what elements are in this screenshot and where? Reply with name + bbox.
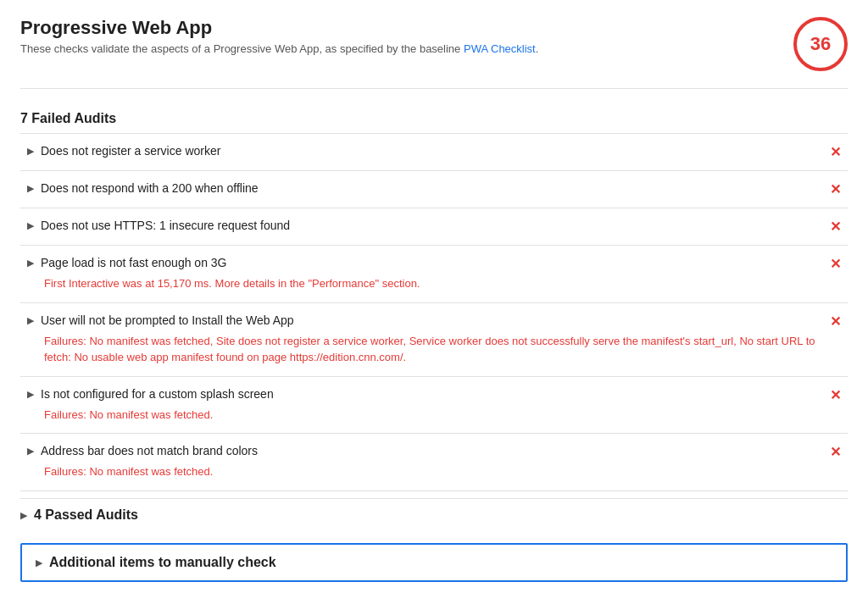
score-number: 36 bbox=[810, 33, 831, 55]
audit-item-left-4: ▶ User will not be prompted to Install t… bbox=[27, 313, 820, 327]
page-title: Progressive Web App bbox=[20, 17, 538, 39]
header-divider bbox=[20, 88, 848, 89]
audit-item-row-5: ▶ Is not configured for a custom splash … bbox=[27, 387, 841, 403]
audit-item-0: ▶ Does not register a service worker ✕ bbox=[20, 134, 848, 171]
audit-description-5: Failures: No manifest was fetched. bbox=[44, 407, 841, 424]
fail-icon-5: ✕ bbox=[830, 387, 841, 403]
score-circle: 36 bbox=[793, 17, 848, 71]
audit-item-row-4: ▶ User will not be prompted to Install t… bbox=[27, 313, 841, 330]
fail-icon-4: ✕ bbox=[830, 313, 841, 330]
audit-item-left-0: ▶ Does not register a service worker bbox=[27, 144, 820, 158]
audit-item-row-0: ▶ Does not register a service worker ✕ bbox=[27, 144, 841, 160]
chevron-icon-3[interactable]: ▶ bbox=[27, 258, 34, 269]
passed-section: ▶ 4 Passed Audits bbox=[20, 498, 848, 529]
page-description: These checks validate the aspects of a P… bbox=[20, 42, 538, 55]
audit-title-5: Is not configured for a custom splash sc… bbox=[41, 387, 274, 401]
description-text: These checks validate the aspects of a P… bbox=[20, 42, 460, 55]
audit-description-6: Failures: No manifest was fetched. bbox=[44, 463, 841, 480]
audit-item-5: ▶ Is not configured for a custom splash … bbox=[20, 377, 848, 435]
passed-section-title: 4 Passed Audits bbox=[34, 507, 138, 523]
manual-check-section: ▶ Additional items to manually check bbox=[20, 543, 848, 582]
audit-item-row-2: ▶ Does not use HTTPS: 1 insecure request… bbox=[27, 219, 841, 235]
audit-item-row-6: ▶ Address bar does not match brand color… bbox=[27, 444, 841, 460]
audit-description-3: First Interactive was at 15,170 ms. More… bbox=[44, 275, 841, 292]
audit-item-left-5: ▶ Is not configured for a custom splash … bbox=[27, 387, 820, 401]
manual-check-chevron-icon[interactable]: ▶ bbox=[36, 557, 42, 568]
passed-chevron-icon[interactable]: ▶ bbox=[20, 510, 27, 521]
pwa-checklist-link[interactable]: PWA Checklist bbox=[464, 42, 536, 55]
failed-audits-title: 7 Failed Audits bbox=[20, 103, 848, 133]
chevron-icon-1[interactable]: ▶ bbox=[27, 183, 34, 194]
audit-title-6: Address bar does not match brand colors bbox=[41, 444, 258, 457]
audit-title-3: Page load is not fast enough on 3G bbox=[41, 256, 227, 269]
audit-item-left-6: ▶ Address bar does not match brand color… bbox=[27, 444, 820, 457]
fail-icon-3: ✕ bbox=[830, 256, 841, 272]
chevron-icon-0[interactable]: ▶ bbox=[27, 146, 34, 157]
audit-description-4: Failures: No manifest was fetched, Site … bbox=[44, 333, 841, 366]
audit-item-2: ▶ Does not use HTTPS: 1 insecure request… bbox=[20, 208, 848, 246]
audit-item-row-1: ▶ Does not respond with a 200 when offli… bbox=[27, 181, 841, 197]
fail-icon-1: ✕ bbox=[830, 181, 841, 197]
audit-item-left-2: ▶ Does not use HTTPS: 1 insecure request… bbox=[27, 219, 820, 232]
audit-title-1: Does not respond with a 200 when offline bbox=[41, 181, 259, 195]
audit-title-2: Does not use HTTPS: 1 insecure request f… bbox=[41, 219, 290, 232]
audit-item-6: ▶ Address bar does not match brand color… bbox=[20, 434, 848, 491]
manual-check-row[interactable]: ▶ Additional items to manually check bbox=[36, 555, 832, 570]
audit-item-3: ▶ Page load is not fast enough on 3G ✕ F… bbox=[20, 246, 848, 303]
audit-title-0: Does not register a service worker bbox=[41, 144, 220, 158]
audit-title-4: User will not be prompted to Install the… bbox=[41, 313, 294, 327]
audit-item-1: ▶ Does not respond with a 200 when offli… bbox=[20, 171, 848, 208]
failed-audits-list: ▶ Does not register a service worker ✕ ▶… bbox=[20, 133, 848, 491]
audit-item-left-1: ▶ Does not respond with a 200 when offli… bbox=[27, 181, 820, 195]
fail-icon-6: ✕ bbox=[830, 444, 841, 460]
chevron-icon-6[interactable]: ▶ bbox=[27, 446, 34, 457]
audit-item-left-3: ▶ Page load is not fast enough on 3G bbox=[27, 256, 820, 269]
audit-item-4: ▶ User will not be prompted to Install t… bbox=[20, 303, 848, 377]
manual-check-title: Additional items to manually check bbox=[49, 555, 276, 570]
page-header: Progressive Web App These checks validat… bbox=[20, 17, 848, 71]
chevron-icon-4[interactable]: ▶ bbox=[27, 315, 34, 326]
description-end: . bbox=[536, 42, 539, 55]
fail-icon-2: ✕ bbox=[830, 219, 841, 235]
fail-icon-0: ✕ bbox=[830, 144, 841, 160]
chevron-icon-2[interactable]: ▶ bbox=[27, 220, 34, 231]
chevron-icon-5[interactable]: ▶ bbox=[27, 389, 34, 400]
header-text-block: Progressive Web App These checks validat… bbox=[20, 17, 538, 55]
audit-item-row-3: ▶ Page load is not fast enough on 3G ✕ bbox=[27, 256, 841, 272]
passed-section-row[interactable]: ▶ 4 Passed Audits bbox=[20, 507, 848, 523]
